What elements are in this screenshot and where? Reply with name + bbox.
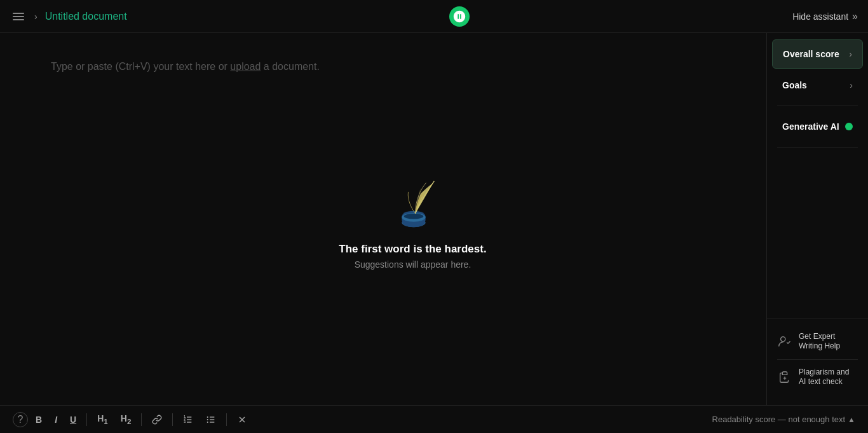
h1-label: H1 [97,413,108,425]
hide-chevrons-icon: » [852,11,858,22]
illustration-title: The first word is the hardest. [339,242,486,255]
toolbar-separator-4 [226,413,227,426]
h1-button[interactable]: H1 [92,411,113,428]
sidebar-item-overall-score[interactable]: Overall score › [772,39,863,69]
illustration-text: The first word is the hardest. Suggestio… [339,242,486,269]
expert-writing-label: Get Expert Writing Help [799,332,858,352]
generative-ai-dot-icon [845,123,853,130]
main-container: Type or paste (Ctrl+V) your text here or… [0,33,868,405]
editor-area[interactable]: Type or paste (Ctrl+V) your text here or… [0,33,766,405]
right-sidebar: Overall score › Goals › Generative AI [766,33,868,405]
underline-button[interactable]: U [65,412,81,427]
svg-point-15 [207,422,208,423]
goals-chevron-icon: › [850,80,853,90]
sidebar-item-plagiarism[interactable]: Plagiarism and AI text check [767,360,868,395]
toolbar-separator-1 [86,413,87,426]
sidebar-bottom: Get Expert Writing Help Plagiarism and A… [767,319,868,400]
header-left: › Untitled document [10,10,127,23]
italic-button[interactable]: I [50,412,62,427]
h2-label: H2 [121,413,132,425]
document-title[interactable]: Untitled document [45,11,127,22]
readability-chevron-icon: ▲ [848,415,855,424]
link-button[interactable] [147,412,167,427]
readability-score: Readability score — not enough text ▲ [712,415,855,424]
svg-point-14 [207,419,208,420]
menu-icon[interactable] [10,10,27,23]
plagiarism-label: Plagiarism and AI text check [799,368,858,387]
illustration-subtitle: Suggestions will appear here. [339,259,486,269]
editor-placeholder: Type or paste (Ctrl+V) your text here or… [51,58,715,75]
overall-score-label: Overall score [783,49,839,59]
help-icon: ? [18,414,24,425]
plagiarism-icon [777,369,792,385]
sidebar-divider-2 [777,147,858,148]
upload-link[interactable]: upload [230,61,261,72]
sidebar-item-generative-ai[interactable]: Generative AI [772,113,863,141]
svg-text:3.: 3. [184,420,187,423]
h2-button[interactable]: H2 [116,411,137,428]
generative-ai-label: Generative AI [782,121,839,132]
goals-label: Goals [782,80,807,90]
sidebar-item-goals[interactable]: Goals › [772,71,863,99]
toolbar-separator-3 [172,413,173,426]
hide-assistant-label: Hide assistant [792,11,848,22]
bold-button[interactable]: B [31,412,47,427]
placeholder-text: Type or paste (Ctrl+V) your text here or [51,61,227,72]
unordered-list-button[interactable] [201,412,221,427]
svg-point-3 [781,337,785,341]
hide-assistant-button[interactable]: Hide assistant » [792,11,858,22]
header-right: Hide assistant » [792,11,858,22]
header: › Untitled document Hide assistant » [0,0,868,33]
sidebar-item-expert-writing[interactable]: Get Expert Writing Help [767,324,868,359]
sidebar-divider-1 [777,106,858,106]
help-button[interactable]: ? [13,412,28,427]
header-chevron-icon: › [34,11,37,22]
svg-point-13 [207,416,208,418]
grammarly-logo [449,6,470,27]
toolbar-separator-2 [141,413,142,426]
expert-writing-icon [777,334,792,349]
clear-format-button[interactable] [232,412,252,427]
bottom-toolbar: ? B I U H1 H2 1. 2. 3. [0,405,868,433]
svg-point-2 [404,213,424,219]
feather-illustration [384,178,441,232]
illustration-area: The first word is the hardest. Suggestio… [339,178,486,269]
readability-score-text: Readability score — not enough text [712,415,846,424]
placeholder-suffix: a document. [264,61,320,72]
overall-score-chevron-icon: › [849,49,852,59]
header-center [449,6,470,27]
ordered-list-button[interactable]: 1. 2. 3. [178,412,198,427]
